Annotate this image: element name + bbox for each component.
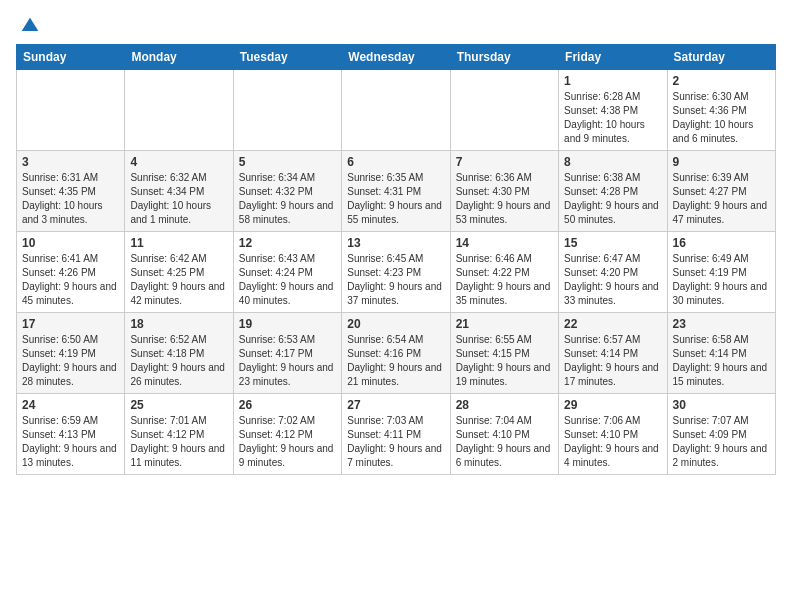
day-number: 9 bbox=[673, 155, 770, 169]
calendar-cell bbox=[233, 70, 341, 151]
day-info: Sunrise: 6:38 AM Sunset: 4:28 PM Dayligh… bbox=[564, 171, 661, 227]
day-info: Sunrise: 6:32 AM Sunset: 4:34 PM Dayligh… bbox=[130, 171, 227, 227]
day-number: 19 bbox=[239, 317, 336, 331]
day-info: Sunrise: 7:02 AM Sunset: 4:12 PM Dayligh… bbox=[239, 414, 336, 470]
calendar-cell: 6Sunrise: 6:35 AM Sunset: 4:31 PM Daylig… bbox=[342, 151, 450, 232]
day-number: 12 bbox=[239, 236, 336, 250]
calendar-cell: 8Sunrise: 6:38 AM Sunset: 4:28 PM Daylig… bbox=[559, 151, 667, 232]
calendar-header-row: SundayMondayTuesdayWednesdayThursdayFrid… bbox=[17, 45, 776, 70]
day-number: 16 bbox=[673, 236, 770, 250]
day-number: 11 bbox=[130, 236, 227, 250]
calendar-header-saturday: Saturday bbox=[667, 45, 775, 70]
calendar-cell bbox=[17, 70, 125, 151]
calendar: SundayMondayTuesdayWednesdayThursdayFrid… bbox=[16, 44, 776, 475]
calendar-cell: 11Sunrise: 6:42 AM Sunset: 4:25 PM Dayli… bbox=[125, 232, 233, 313]
day-info: Sunrise: 6:55 AM Sunset: 4:15 PM Dayligh… bbox=[456, 333, 553, 389]
calendar-week-row: 17Sunrise: 6:50 AM Sunset: 4:19 PM Dayli… bbox=[17, 313, 776, 394]
calendar-cell: 26Sunrise: 7:02 AM Sunset: 4:12 PM Dayli… bbox=[233, 394, 341, 475]
day-info: Sunrise: 6:45 AM Sunset: 4:23 PM Dayligh… bbox=[347, 252, 444, 308]
day-info: Sunrise: 6:41 AM Sunset: 4:26 PM Dayligh… bbox=[22, 252, 119, 308]
day-info: Sunrise: 6:39 AM Sunset: 4:27 PM Dayligh… bbox=[673, 171, 770, 227]
day-number: 21 bbox=[456, 317, 553, 331]
calendar-header-thursday: Thursday bbox=[450, 45, 558, 70]
calendar-cell bbox=[342, 70, 450, 151]
day-number: 25 bbox=[130, 398, 227, 412]
day-number: 3 bbox=[22, 155, 119, 169]
calendar-cell: 16Sunrise: 6:49 AM Sunset: 4:19 PM Dayli… bbox=[667, 232, 775, 313]
calendar-week-row: 24Sunrise: 6:59 AM Sunset: 4:13 PM Dayli… bbox=[17, 394, 776, 475]
day-number: 6 bbox=[347, 155, 444, 169]
calendar-cell: 18Sunrise: 6:52 AM Sunset: 4:18 PM Dayli… bbox=[125, 313, 233, 394]
day-info: Sunrise: 6:34 AM Sunset: 4:32 PM Dayligh… bbox=[239, 171, 336, 227]
day-info: Sunrise: 7:03 AM Sunset: 4:11 PM Dayligh… bbox=[347, 414, 444, 470]
day-info: Sunrise: 6:52 AM Sunset: 4:18 PM Dayligh… bbox=[130, 333, 227, 389]
day-number: 26 bbox=[239, 398, 336, 412]
day-number: 5 bbox=[239, 155, 336, 169]
calendar-header-tuesday: Tuesday bbox=[233, 45, 341, 70]
calendar-cell: 9Sunrise: 6:39 AM Sunset: 4:27 PM Daylig… bbox=[667, 151, 775, 232]
day-number: 1 bbox=[564, 74, 661, 88]
calendar-cell: 23Sunrise: 6:58 AM Sunset: 4:14 PM Dayli… bbox=[667, 313, 775, 394]
calendar-cell: 29Sunrise: 7:06 AM Sunset: 4:10 PM Dayli… bbox=[559, 394, 667, 475]
calendar-cell: 20Sunrise: 6:54 AM Sunset: 4:16 PM Dayli… bbox=[342, 313, 450, 394]
day-info: Sunrise: 6:42 AM Sunset: 4:25 PM Dayligh… bbox=[130, 252, 227, 308]
svg-marker-0 bbox=[22, 18, 39, 31]
day-info: Sunrise: 6:58 AM Sunset: 4:14 PM Dayligh… bbox=[673, 333, 770, 389]
day-number: 7 bbox=[456, 155, 553, 169]
day-number: 17 bbox=[22, 317, 119, 331]
day-number: 15 bbox=[564, 236, 661, 250]
header bbox=[16, 16, 776, 32]
logo-icon bbox=[20, 16, 40, 36]
day-info: Sunrise: 6:36 AM Sunset: 4:30 PM Dayligh… bbox=[456, 171, 553, 227]
calendar-cell: 21Sunrise: 6:55 AM Sunset: 4:15 PM Dayli… bbox=[450, 313, 558, 394]
day-info: Sunrise: 6:43 AM Sunset: 4:24 PM Dayligh… bbox=[239, 252, 336, 308]
calendar-cell: 30Sunrise: 7:07 AM Sunset: 4:09 PM Dayli… bbox=[667, 394, 775, 475]
day-info: Sunrise: 7:01 AM Sunset: 4:12 PM Dayligh… bbox=[130, 414, 227, 470]
calendar-cell: 10Sunrise: 6:41 AM Sunset: 4:26 PM Dayli… bbox=[17, 232, 125, 313]
calendar-cell: 25Sunrise: 7:01 AM Sunset: 4:12 PM Dayli… bbox=[125, 394, 233, 475]
calendar-cell: 27Sunrise: 7:03 AM Sunset: 4:11 PM Dayli… bbox=[342, 394, 450, 475]
calendar-header-friday: Friday bbox=[559, 45, 667, 70]
calendar-cell: 14Sunrise: 6:46 AM Sunset: 4:22 PM Dayli… bbox=[450, 232, 558, 313]
day-info: Sunrise: 6:50 AM Sunset: 4:19 PM Dayligh… bbox=[22, 333, 119, 389]
day-info: Sunrise: 6:28 AM Sunset: 4:38 PM Dayligh… bbox=[564, 90, 661, 146]
calendar-week-row: 3Sunrise: 6:31 AM Sunset: 4:35 PM Daylig… bbox=[17, 151, 776, 232]
day-info: Sunrise: 6:31 AM Sunset: 4:35 PM Dayligh… bbox=[22, 171, 119, 227]
day-info: Sunrise: 6:53 AM Sunset: 4:17 PM Dayligh… bbox=[239, 333, 336, 389]
day-number: 8 bbox=[564, 155, 661, 169]
calendar-week-row: 10Sunrise: 6:41 AM Sunset: 4:26 PM Dayli… bbox=[17, 232, 776, 313]
calendar-cell: 13Sunrise: 6:45 AM Sunset: 4:23 PM Dayli… bbox=[342, 232, 450, 313]
day-number: 18 bbox=[130, 317, 227, 331]
day-info: Sunrise: 6:49 AM Sunset: 4:19 PM Dayligh… bbox=[673, 252, 770, 308]
day-number: 24 bbox=[22, 398, 119, 412]
calendar-cell: 4Sunrise: 6:32 AM Sunset: 4:34 PM Daylig… bbox=[125, 151, 233, 232]
day-number: 14 bbox=[456, 236, 553, 250]
day-number: 30 bbox=[673, 398, 770, 412]
day-info: Sunrise: 6:57 AM Sunset: 4:14 PM Dayligh… bbox=[564, 333, 661, 389]
calendar-header-monday: Monday bbox=[125, 45, 233, 70]
calendar-cell: 7Sunrise: 6:36 AM Sunset: 4:30 PM Daylig… bbox=[450, 151, 558, 232]
day-number: 22 bbox=[564, 317, 661, 331]
day-number: 10 bbox=[22, 236, 119, 250]
calendar-cell: 17Sunrise: 6:50 AM Sunset: 4:19 PM Dayli… bbox=[17, 313, 125, 394]
day-number: 27 bbox=[347, 398, 444, 412]
day-number: 2 bbox=[673, 74, 770, 88]
calendar-cell: 24Sunrise: 6:59 AM Sunset: 4:13 PM Dayli… bbox=[17, 394, 125, 475]
day-info: Sunrise: 7:06 AM Sunset: 4:10 PM Dayligh… bbox=[564, 414, 661, 470]
logo bbox=[16, 16, 40, 32]
calendar-cell: 12Sunrise: 6:43 AM Sunset: 4:24 PM Dayli… bbox=[233, 232, 341, 313]
calendar-cell bbox=[450, 70, 558, 151]
calendar-header-sunday: Sunday bbox=[17, 45, 125, 70]
calendar-week-row: 1Sunrise: 6:28 AM Sunset: 4:38 PM Daylig… bbox=[17, 70, 776, 151]
calendar-cell: 19Sunrise: 6:53 AM Sunset: 4:17 PM Dayli… bbox=[233, 313, 341, 394]
day-info: Sunrise: 6:59 AM Sunset: 4:13 PM Dayligh… bbox=[22, 414, 119, 470]
calendar-cell: 1Sunrise: 6:28 AM Sunset: 4:38 PM Daylig… bbox=[559, 70, 667, 151]
day-info: Sunrise: 6:30 AM Sunset: 4:36 PM Dayligh… bbox=[673, 90, 770, 146]
day-info: Sunrise: 7:04 AM Sunset: 4:10 PM Dayligh… bbox=[456, 414, 553, 470]
day-number: 13 bbox=[347, 236, 444, 250]
day-number: 4 bbox=[130, 155, 227, 169]
calendar-cell: 2Sunrise: 6:30 AM Sunset: 4:36 PM Daylig… bbox=[667, 70, 775, 151]
day-number: 23 bbox=[673, 317, 770, 331]
calendar-header-wednesday: Wednesday bbox=[342, 45, 450, 70]
day-info: Sunrise: 6:35 AM Sunset: 4:31 PM Dayligh… bbox=[347, 171, 444, 227]
